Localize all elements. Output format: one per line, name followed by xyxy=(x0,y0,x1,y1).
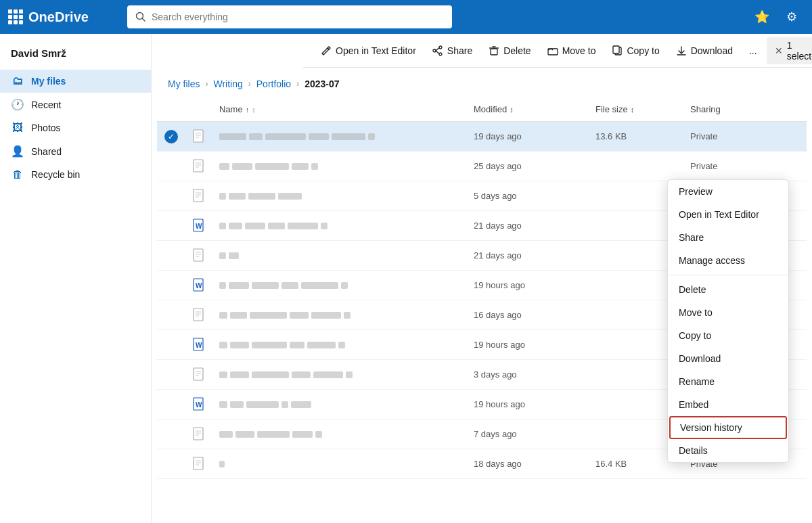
settings-button[interactable]: ⚙ xyxy=(780,5,804,29)
word-file-icon: W xyxy=(193,397,206,412)
context-menu-item-manage-access[interactable]: Manage access xyxy=(668,249,788,272)
svg-text:W: W xyxy=(196,282,202,290)
share-button[interactable]: Share xyxy=(426,41,479,60)
context-menu-item-version-history[interactable]: Version history xyxy=(669,416,787,439)
move-to-button[interactable]: Move to xyxy=(541,41,603,60)
recycle-bin-icon: 🗑 xyxy=(11,168,24,181)
breadcrumb-my-files[interactable]: My files xyxy=(168,78,200,89)
doc-file-icon xyxy=(193,159,206,174)
row-modified: 21 days ago xyxy=(468,246,590,265)
sidebar-item-recent[interactable]: 🕐 Recent xyxy=(0,93,151,116)
sidebar-item-my-files[interactable]: 🗂 My files xyxy=(0,70,151,93)
topbar-right-actions: ⭐ ⚙ xyxy=(750,5,804,29)
context-menu-item-embed[interactable]: Embed xyxy=(668,393,788,416)
context-menu: PreviewOpen in Text EditorShareManage ac… xyxy=(667,179,789,463)
download-label: Download xyxy=(691,45,733,56)
copy-to-button[interactable]: Copy to xyxy=(605,41,666,60)
header-modified[interactable]: Modified ↕ xyxy=(468,100,590,118)
doc-file-icon xyxy=(193,427,206,442)
delete-button[interactable]: Delete xyxy=(482,41,537,60)
deselect-button[interactable]: ✕ xyxy=(775,45,783,56)
table-row[interactable]: ✓ 19 days ago13.6 KBPrivate xyxy=(157,122,807,152)
svg-rect-28 xyxy=(194,249,203,261)
svg-rect-18 xyxy=(194,160,203,172)
premium-icon: ⭐ xyxy=(754,9,769,24)
logo-text: OneDrive xyxy=(28,9,89,25)
svg-rect-22 xyxy=(194,189,203,202)
premium-button[interactable]: ⭐ xyxy=(750,5,774,29)
edit-icon xyxy=(321,45,332,56)
context-menu-item-details[interactable]: Details xyxy=(668,439,788,462)
row-file-icon xyxy=(185,189,214,204)
my-files-icon: 🗂 xyxy=(11,75,24,87)
row-modified: 25 days ago xyxy=(468,157,590,175)
row-sharing: Private xyxy=(685,157,807,175)
svg-rect-12 xyxy=(613,46,619,53)
row-file-name xyxy=(214,308,468,323)
breadcrumb: My files › Writing › Portfolio › 2023-07 xyxy=(152,68,812,97)
doc-file-icon xyxy=(193,248,206,263)
shared-icon: 👤 xyxy=(11,145,24,158)
svg-rect-34 xyxy=(194,309,203,321)
row-file-icon: W xyxy=(185,397,214,412)
move-to-icon xyxy=(547,45,558,56)
breadcrumb-sep-3: › xyxy=(296,79,299,89)
more-button[interactable]: ... xyxy=(742,41,764,60)
svg-rect-7 xyxy=(491,49,497,55)
photos-icon: 🖼 xyxy=(11,122,24,134)
doc-file-icon xyxy=(193,189,206,204)
download-icon xyxy=(676,45,687,56)
context-menu-item-share[interactable]: Share xyxy=(668,226,788,249)
table-header: Name ↑ ↕ Modified ↕ File size ↕ Sharing xyxy=(157,97,807,122)
context-menu-item-copy-to[interactable]: Copy to xyxy=(668,324,788,347)
row-checkbox[interactable]: ✓ xyxy=(157,130,185,143)
svg-text:W: W xyxy=(196,223,202,230)
word-file-icon: W xyxy=(193,338,206,353)
row-sharing: Private xyxy=(685,127,807,145)
breadcrumb-portfolio[interactable]: Portfolio xyxy=(256,78,291,89)
context-menu-item-download[interactable]: Download xyxy=(668,347,788,370)
doc-file-icon xyxy=(193,129,206,144)
copy-to-label: Copy to xyxy=(627,45,659,56)
move-to-label: Move to xyxy=(562,45,596,56)
breadcrumb-current: 2023-07 xyxy=(304,78,339,89)
main-layout: David Smrž 🗂 My files 🕐 Recent 🖼 Photos … xyxy=(0,34,812,523)
row-modified: 18 days ago xyxy=(468,455,590,473)
row-file-name xyxy=(214,189,468,204)
open-in-text-editor-label: Open in Text Editor xyxy=(336,45,416,56)
svg-rect-46 xyxy=(194,428,203,440)
svg-rect-14 xyxy=(194,130,203,142)
row-file-size xyxy=(590,162,685,170)
row-file-name xyxy=(214,129,468,144)
context-menu-item-rename[interactable]: Rename xyxy=(668,370,788,393)
command-bar: Open in Text Editor Share Delete xyxy=(303,34,812,68)
sidebar-item-shared[interactable]: 👤 Shared xyxy=(0,139,151,163)
table-row[interactable]: 25 days agoPrivate xyxy=(157,152,807,181)
svg-text:W: W xyxy=(196,342,202,349)
header-filesize[interactable]: File size ↕ xyxy=(590,100,685,118)
open-in-text-editor-button[interactable]: Open in Text Editor xyxy=(314,41,423,60)
context-menu-item-move-to[interactable]: Move to xyxy=(668,301,788,324)
download-button[interactable]: Download xyxy=(669,41,740,60)
header-name[interactable]: Name ↑ ↕ xyxy=(214,100,468,118)
svg-text:W: W xyxy=(196,401,202,409)
context-menu-item-delete[interactable]: Delete xyxy=(668,278,788,301)
breadcrumb-writing[interactable]: Writing xyxy=(213,78,242,89)
context-menu-item-open-in-text-editor[interactable]: Open in Text Editor xyxy=(668,203,788,226)
row-modified: 19 days ago xyxy=(468,127,590,145)
svg-point-3 xyxy=(439,53,442,55)
check-circle-icon: ✓ xyxy=(164,130,178,143)
context-menu-item-preview[interactable]: Preview xyxy=(668,180,788,203)
sidebar-label-my-files: My files xyxy=(31,76,66,87)
waffle-icon[interactable] xyxy=(8,9,23,24)
svg-line-5 xyxy=(436,47,439,51)
share-icon xyxy=(432,45,443,56)
search-input[interactable] xyxy=(152,12,444,22)
sidebar-item-recycle-bin[interactable]: 🗑 Recycle bin xyxy=(0,163,151,186)
sidebar-item-photos[interactable]: 🖼 Photos xyxy=(0,116,151,139)
search-bar[interactable] xyxy=(127,5,452,28)
sidebar-label-recycle-bin: Recycle bin xyxy=(31,169,80,180)
row-file-name xyxy=(214,427,468,442)
row-file-icon xyxy=(185,367,214,382)
row-file-name xyxy=(214,248,468,263)
